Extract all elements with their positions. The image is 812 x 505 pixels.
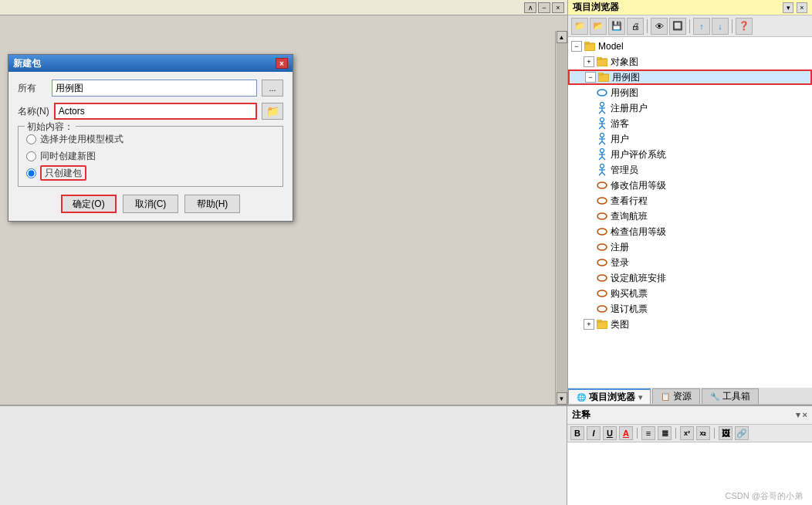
user-label: 用户	[611, 133, 629, 146]
svg-line-11	[602, 110, 605, 114]
fmt-list2[interactable]: ≣	[658, 426, 672, 440]
browser-bottom-tabs: 🌐 项目浏览器 ▾ 📋 资源 🔧 工具箱	[568, 388, 812, 405]
tree-item-modify-credit[interactable]: 修改信用等级	[568, 178, 812, 193]
close-btn[interactable]: ×	[552, 2, 564, 13]
bottom-area: 注释 ▾ × B I U A ≡ ≣ x² x₂ 🖼 🔗 CSDN @谷哥的小弟	[0, 405, 812, 505]
minimize-btn[interactable]: −	[538, 2, 550, 13]
browser-pin-btn[interactable]: ▾	[783, 2, 793, 13]
tree-item-guest[interactable]: 游客	[568, 116, 812, 131]
cancel-button[interactable]: 取消(C)	[123, 195, 178, 213]
radio-create-diagram[interactable]	[26, 151, 36, 161]
svg-point-37	[597, 259, 607, 266]
root-folder-icon	[584, 40, 596, 53]
expand-btn[interactable]: ∧	[524, 2, 536, 13]
root-expander[interactable]: −	[571, 41, 582, 52]
svg-point-12	[601, 118, 604, 122]
all-input[interactable]	[52, 80, 257, 97]
obj-label: 对象图	[611, 56, 638, 69]
all-browse-button[interactable]: ...	[262, 80, 283, 97]
tree-item-uc-usecase[interactable]: 用例图	[568, 85, 812, 100]
tree-item-usecasediagram[interactable]: − 用例图	[568, 69, 812, 85]
fmt-list1[interactable]: ≡	[641, 426, 655, 440]
tb-view[interactable]: 👁	[651, 18, 668, 35]
uc-folder-icon	[597, 71, 610, 83]
tree-item-refund-ticket[interactable]: 退订机票	[568, 301, 812, 317]
uc-label: 用例图	[612, 71, 640, 84]
tab-toolbox-label: 工具箱	[722, 390, 750, 403]
obj-folder-icon	[596, 56, 608, 68]
fmt-sep-1	[637, 428, 638, 439]
tab-toolbox[interactable]: 🔧 工具箱	[702, 388, 759, 404]
tb-arrow-down[interactable]: ↓	[712, 18, 729, 35]
root-label: Model	[598, 41, 624, 52]
tree-item-objectdiagram[interactable]: + 对象图	[568, 54, 812, 69]
fmt-link[interactable]: 🔗	[735, 426, 749, 440]
tree-item-query-flight[interactable]: 查询航班	[568, 208, 812, 224]
tree-item-login[interactable]: 登录	[568, 255, 812, 270]
svg-line-21	[602, 141, 605, 144]
tree-item-admin[interactable]: 管理员	[568, 162, 812, 178]
obj-expander[interactable]: +	[584, 56, 594, 67]
class-expander[interactable]: +	[584, 319, 594, 330]
label-all: 所有	[18, 82, 47, 95]
svg-line-10	[599, 110, 602, 114]
comment-text-area[interactable]: CSDN @谷哥的小弟	[567, 442, 812, 505]
svg-point-34	[597, 213, 607, 219]
actor-icon-4	[596, 148, 608, 161]
radio-label-1[interactable]: 选择并使用模型模式	[40, 133, 123, 146]
fmt-underline[interactable]: U	[603, 426, 617, 440]
fmt-color[interactable]: A	[619, 426, 633, 440]
name-folder-button[interactable]: 📁	[262, 103, 283, 120]
fmt-image[interactable]: 🖼	[719, 426, 732, 440]
tb-help[interactable]: ❓	[736, 18, 753, 35]
tree-item-registered[interactable]: 注册用户	[568, 100, 812, 116]
format-toolbar: B I U A ≡ ≣ x² x₂ 🖼 🔗	[567, 425, 812, 442]
svg-line-15	[599, 126, 602, 129]
initial-content-group: 初始内容： 选择并使用模型模式 同时创建新图	[18, 126, 283, 187]
tb-sep-2	[689, 19, 690, 33]
tree-item-classdiagram[interactable]: + 类图	[568, 317, 812, 332]
tree-item-rating-system[interactable]: 用户评价系统	[568, 147, 812, 162]
tree-root[interactable]: − Model	[568, 39, 812, 54]
uc-expander[interactable]: −	[585, 72, 596, 83]
tree-item-check-credit[interactable]: 检查信用等级	[568, 224, 812, 239]
svg-line-25	[599, 157, 602, 160]
dialog-title-bar: 新建包 ×	[8, 55, 293, 72]
svg-point-33	[597, 198, 607, 204]
group-title: 初始内容：	[25, 120, 76, 134]
browser-close-btn[interactable]: ×	[797, 2, 807, 13]
tree-item-register[interactable]: 注册	[568, 239, 812, 255]
tab-resources-icon: 📋	[661, 392, 670, 401]
uc-item-icon-4	[596, 225, 608, 238]
confirm-button[interactable]: 确定(O)	[61, 195, 117, 213]
scroll-track	[557, 43, 567, 392]
tree-item-view-route[interactable]: 查看行程	[568, 193, 812, 208]
registered-label: 注册用户	[611, 102, 648, 115]
tree-item-set-flight[interactable]: 设定航班安排	[568, 270, 812, 286]
buy-ticket-label: 购买机票	[611, 287, 648, 300]
radio-model-mode[interactable]	[26, 134, 36, 144]
scroll-up-btn[interactable]: ▲	[557, 31, 567, 43]
tree-item-user[interactable]: 用户	[568, 131, 812, 147]
tb-new-folder[interactable]: 📁	[571, 18, 588, 35]
tb-open[interactable]: 📂	[590, 18, 607, 35]
tb-print[interactable]: 🖨	[627, 18, 644, 35]
help-button[interactable]: 帮助(H)	[184, 195, 240, 213]
tree-item-buy-ticket[interactable]: 购买机票	[568, 286, 812, 301]
dialog-close-button[interactable]: ×	[276, 58, 288, 69]
tb-save[interactable]: 💾	[608, 18, 625, 35]
radio-label-3[interactable]: 只创建包	[40, 167, 86, 180]
tab-resources[interactable]: 📋 资源	[652, 388, 700, 404]
fmt-italic[interactable]: I	[587, 426, 601, 440]
scroll-down-btn[interactable]: ▼	[557, 392, 567, 405]
fmt-bold[interactable]: B	[570, 426, 584, 440]
tb-arrow-up[interactable]: ↑	[693, 18, 710, 35]
tb-view2[interactable]: 🔲	[669, 18, 686, 35]
fmt-subscript[interactable]: x₂	[696, 426, 710, 440]
tab-browser[interactable]: 🌐 项目浏览器 ▾	[568, 388, 651, 404]
name-input[interactable]	[54, 103, 257, 120]
actor-icon-3	[596, 133, 608, 145]
radio-create-package[interactable]	[26, 168, 36, 178]
radio-label-2[interactable]: 同时创建新图	[40, 150, 96, 163]
fmt-superscript[interactable]: x²	[680, 426, 694, 440]
